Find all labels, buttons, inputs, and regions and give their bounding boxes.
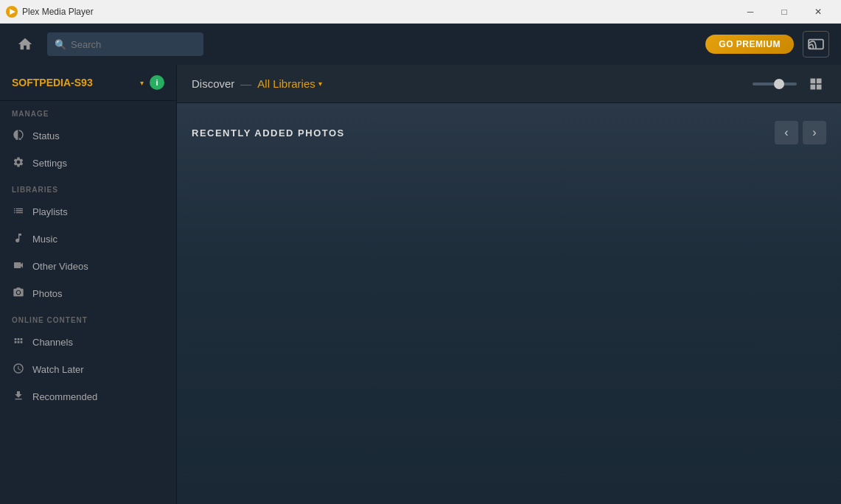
discover-label: Discover xyxy=(192,77,234,90)
sidebar-settings-label: Settings xyxy=(32,158,67,169)
music-icon xyxy=(12,232,25,246)
sidebar-item-recommended[interactable]: Recommended xyxy=(0,383,176,410)
top-bar: 🔍 GO PREMIUM xyxy=(0,24,841,65)
separator: — xyxy=(240,77,251,90)
sidebar-info-icon[interactable]: i xyxy=(150,75,164,90)
slider-track[interactable] xyxy=(753,83,797,85)
empty-content-area xyxy=(192,156,826,377)
content-header-right xyxy=(753,74,826,94)
grid-view-button[interactable] xyxy=(806,74,826,94)
sidebar-music-label: Music xyxy=(32,234,57,245)
section-title: RECENTLY ADDED PHOTOS ‹ › xyxy=(192,121,826,144)
watch-later-icon xyxy=(12,363,25,377)
cast-icon xyxy=(808,38,824,51)
sidebar-manage-label: MANAGE xyxy=(0,101,176,122)
settings-icon xyxy=(12,156,25,170)
sidebar-header[interactable]: SOFTPEDIA-S93 i xyxy=(0,65,176,101)
title-bar-title: Plex Media Player xyxy=(22,7,94,17)
sidebar-photos-label: Photos xyxy=(32,288,62,299)
playlists-icon xyxy=(12,205,25,219)
sidebar-item-music[interactable]: Music xyxy=(0,225,176,253)
title-bar: Plex Media Player ─ □ ✕ xyxy=(0,0,841,24)
home-icon xyxy=(17,36,33,52)
maximize-button[interactable]: □ xyxy=(767,0,801,24)
sidebar-online-content-label: ONLINE CONTENT xyxy=(0,307,176,329)
sidebar-chevron-icon xyxy=(140,79,144,87)
minimize-button[interactable]: ─ xyxy=(733,0,767,24)
content-header: Discover — All Libraries ▾ xyxy=(177,65,841,103)
app-icon xyxy=(6,6,18,18)
sidebar-item-watch-later[interactable]: Watch Later xyxy=(0,356,176,383)
top-bar-right: GO PREMIUM xyxy=(705,31,829,57)
view-size-slider[interactable] xyxy=(753,83,797,85)
sidebar-item-photos[interactable]: Photos xyxy=(0,280,176,307)
other-videos-icon xyxy=(12,259,25,273)
sidebar-watch-later-label: Watch Later xyxy=(32,364,84,375)
home-button[interactable] xyxy=(12,31,38,57)
sidebar-item-playlists[interactable]: Playlists xyxy=(0,198,176,225)
content-area: Discover — All Libraries ▾ RECENTLY A xyxy=(177,65,841,504)
channels-icon xyxy=(12,335,25,349)
status-icon xyxy=(12,129,25,143)
title-bar-controls: ─ □ ✕ xyxy=(733,0,835,24)
section-title-text: RECENTLY ADDED PHOTOS xyxy=(192,127,345,139)
slider-thumb[interactable] xyxy=(774,79,784,89)
recommended-icon xyxy=(12,390,25,404)
sidebar-playlists-label: Playlists xyxy=(32,206,68,217)
photos-icon xyxy=(12,287,25,301)
sidebar-item-channels[interactable]: Channels xyxy=(0,329,176,356)
sidebar-status-label: Status xyxy=(32,130,60,141)
sidebar: SOFTPEDIA-S93 i MANAGE Status Settings L… xyxy=(0,65,177,504)
cast-button[interactable] xyxy=(803,31,829,57)
section-nav: ‹ › xyxy=(775,121,826,144)
libraries-dropdown[interactable]: All Libraries ▾ xyxy=(257,77,321,90)
content-main: RECENTLY ADDED PHOTOS ‹ › xyxy=(177,103,841,504)
section-next-button[interactable]: › xyxy=(803,121,826,144)
sidebar-item-settings[interactable]: Settings xyxy=(0,150,176,177)
sidebar-username: SOFTPEDIA-S93 xyxy=(12,77,134,88)
main-layout: SOFTPEDIA-S93 i MANAGE Status Settings L… xyxy=(0,65,841,504)
search-input[interactable] xyxy=(47,32,203,56)
sidebar-channels-label: Channels xyxy=(32,337,73,348)
section-prev-button[interactable]: ‹ xyxy=(775,121,798,144)
sidebar-other-videos-label: Other Videos xyxy=(32,261,88,272)
sidebar-item-status[interactable]: Status xyxy=(0,122,176,150)
sidebar-recommended-label: Recommended xyxy=(32,391,97,402)
close-button[interactable]: ✕ xyxy=(801,0,835,24)
sidebar-item-other-videos[interactable]: Other Videos xyxy=(0,253,176,280)
sidebar-libraries-label: LIBRARIES xyxy=(0,177,176,198)
search-wrapper: 🔍 xyxy=(47,32,327,56)
svg-point-3 xyxy=(17,291,20,294)
libraries-dropdown-chevron-icon: ▾ xyxy=(318,80,322,88)
title-bar-left: Plex Media Player xyxy=(6,6,94,18)
libraries-dropdown-label: All Libraries xyxy=(257,77,315,90)
premium-button[interactable]: GO PREMIUM xyxy=(705,35,794,54)
